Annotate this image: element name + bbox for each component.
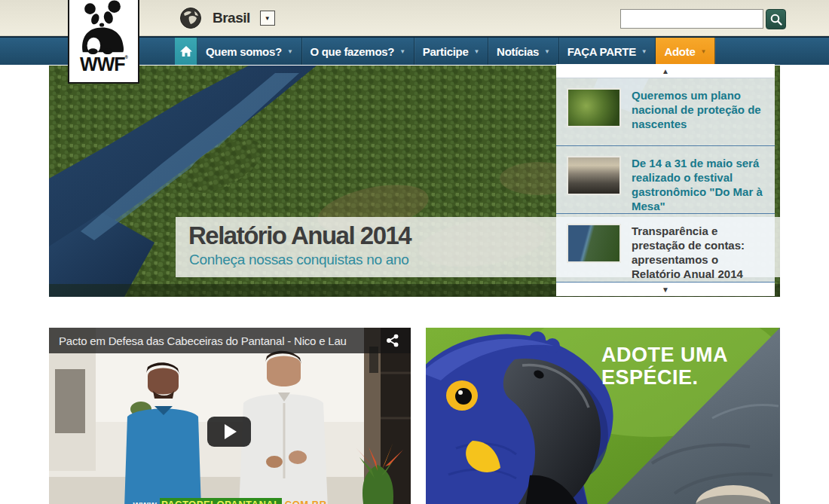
adopt-banner-text: ADOTE UMA ESPÉCIE. — [601, 344, 728, 389]
news-item-relatorio[interactable]: Transparência e prestação de contas: apr… — [556, 214, 775, 282]
news-item-festival[interactable]: De 14 a 31 de maio será realizado o fest… — [556, 146, 775, 214]
news-title: Queremos um plano nacional de proteção d… — [632, 88, 769, 145]
nav-item-adote[interactable]: Adote ▼ — [656, 38, 715, 65]
news-title: Transparência e prestação de contas: apr… — [632, 224, 769, 282]
watermark-suffix: .COM.BR — [282, 499, 327, 504]
nav-item-participe[interactable]: Participe ▼ — [414, 38, 488, 65]
wwf-logo-text: WWF® — [80, 55, 127, 74]
up-arrow-icon: ▲ — [662, 67, 669, 75]
nav-item-noticias[interactable]: Notícias ▼ — [488, 38, 559, 65]
news-thumbnail — [567, 156, 621, 195]
share-button[interactable] — [384, 332, 401, 349]
news-scroll-up-button[interactable]: ▲ — [556, 64, 775, 78]
news-thumbnail — [567, 224, 621, 263]
video-player[interactable]: Pacto em Defesa das Cabeceiras do Pantan… — [49, 328, 411, 504]
video-watermark: www.PACTOPELOPANTANAL.COM.BR — [49, 499, 411, 504]
locale-selector: Brasil ▼ — [179, 7, 275, 29]
search-input[interactable] — [620, 9, 763, 29]
news-scroll-down-button[interactable]: ▼ — [556, 282, 775, 296]
caret-down-icon: ▼ — [700, 48, 706, 55]
play-icon — [225, 424, 237, 439]
locale-label: Brasil — [213, 10, 250, 26]
nav-item-label: Participe — [423, 45, 469, 58]
caret-down-icon: ▼ — [399, 48, 405, 55]
nav-item-label: FAÇA PARTE — [567, 45, 636, 58]
video-kitchen-scene — [49, 328, 411, 504]
play-button[interactable] — [207, 417, 251, 447]
wwf-panda-icon — [75, 0, 133, 54]
home-icon — [179, 45, 193, 57]
nav-item-label: Quem somos? — [206, 45, 282, 58]
nav-item-label: Adote — [664, 45, 695, 58]
search-icon — [769, 13, 783, 26]
news-list: Queremos um plano nacional de proteção d… — [556, 78, 775, 282]
registered-mark: ® — [125, 55, 127, 60]
watermark-prefix: www. — [133, 499, 159, 504]
search-button[interactable] — [766, 9, 786, 29]
adopt-line-1: ADOTE UMA — [601, 344, 728, 366]
adopt-line-2: ESPÉCIE. — [601, 366, 728, 389]
news-item-nascentes[interactable]: Queremos um plano nacional de proteção d… — [556, 78, 775, 146]
caret-down-icon: ▼ — [473, 48, 479, 55]
watermark-domain: PACTOPELOPANTANAL — [160, 498, 282, 504]
caret-down-icon: ▼ — [544, 48, 550, 55]
nav-home-button[interactable] — [175, 38, 197, 65]
nav-item-faca-parte[interactable]: FAÇA PARTE ▼ — [559, 38, 656, 65]
caret-down-icon: ▼ — [641, 48, 647, 55]
news-title: De 14 a 31 de maio será realizado o fest… — [632, 156, 769, 213]
down-arrow-icon: ▼ — [662, 286, 669, 294]
news-carousel-widget: ▲ Queremos um plano nacional de proteção… — [556, 64, 775, 297]
globe-icon — [179, 7, 202, 29]
locale-dropdown-button[interactable]: ▼ — [260, 11, 275, 26]
search-bar — [620, 9, 786, 29]
share-icon — [385, 333, 400, 348]
nav-item-label: Notícias — [497, 45, 539, 58]
caret-down-icon: ▼ — [265, 15, 271, 22]
video-title-link[interactable]: Pacto em Defesa das Cabeceiras do Pantan… — [59, 334, 384, 347]
caret-down-icon: ▼ — [287, 48, 293, 55]
adopt-species-banner[interactable]: ADOTE UMA ESPÉCIE. — [426, 328, 780, 504]
wwf-logo[interactable]: WWF® — [68, 0, 139, 84]
news-thumbnail — [567, 88, 621, 127]
nav-item-label: O que fazemos? — [310, 45, 395, 58]
video-title-bar: Pacto em Defesa das Cabeceiras do Pantan… — [49, 328, 411, 353]
nav-item-o-que-fazemos[interactable]: O que fazemos? ▼ — [302, 38, 414, 65]
nav-item-quem-somos[interactable]: Quem somos? ▼ — [197, 38, 302, 65]
